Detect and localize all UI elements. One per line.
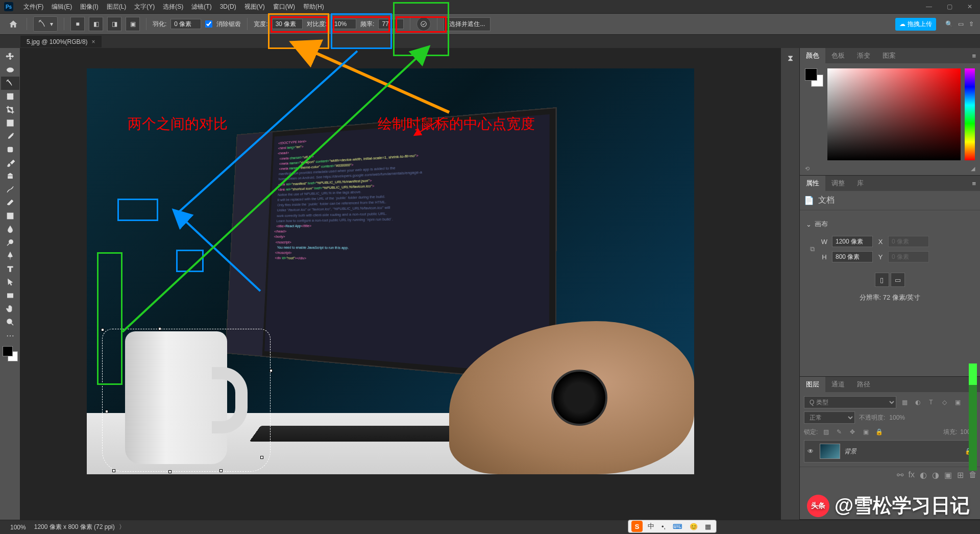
- orient-portrait-icon[interactable]: ▯: [875, 273, 889, 287]
- orient-landscape-icon[interactable]: ▭: [891, 273, 905, 287]
- tab-swatches[interactable]: 色板: [825, 48, 851, 63]
- current-tool-indicator[interactable]: ▾: [33, 16, 58, 32]
- status-zoom[interactable]: 100%: [6, 524, 30, 531]
- select-and-mask-button[interactable]: 选择并遮住...: [444, 17, 491, 31]
- document-tab-close[interactable]: ×: [92, 38, 95, 45]
- cloud-upload-button[interactable]: ☁ 拖拽上传: [895, 18, 936, 31]
- zoom-tool[interactable]: [1, 315, 19, 329]
- new-layer-icon[interactable]: ⊞: [957, 470, 964, 480]
- layer-name[interactable]: 背景: [844, 447, 961, 456]
- type-tool[interactable]: [1, 262, 19, 276]
- lock-paint-icon[interactable]: ✎: [834, 427, 844, 437]
- home-button[interactable]: [6, 17, 20, 31]
- canvas-width-input[interactable]: [832, 236, 873, 247]
- selection-new-icon[interactable]: ■: [70, 17, 85, 31]
- gradient-tool[interactable]: [1, 209, 19, 223]
- width-input[interactable]: [272, 19, 303, 29]
- tab-libraries[interactable]: 库: [851, 176, 870, 191]
- workspace-icon[interactable]: ▭: [958, 20, 964, 28]
- filter-image-icon[interactable]: ▦: [899, 397, 910, 407]
- pen-pressure-icon[interactable]: [416, 17, 431, 31]
- tab-gradient[interactable]: 渐变: [851, 48, 876, 63]
- ime-toolbar[interactable]: S 中 •, ⌨ 😊 ▦: [628, 520, 717, 533]
- document-canvas[interactable]: <!DOCTYPE html> <html lang="en"> <head> …: [87, 68, 694, 474]
- layer-visibility-icon[interactable]: 👁: [807, 448, 816, 455]
- menu-3d[interactable]: 3D(D): [216, 3, 240, 10]
- quick-select-tool[interactable]: [1, 90, 19, 103]
- contrast-input[interactable]: [331, 19, 356, 29]
- lasso-tool[interactable]: [1, 77, 19, 90]
- color-preview[interactable]: [805, 68, 823, 87]
- frame-tool[interactable]: [1, 116, 19, 130]
- foreground-color[interactable]: [3, 346, 13, 356]
- menu-filter[interactable]: 滤镜(T): [187, 3, 215, 11]
- panel-menu-icon[interactable]: ≡: [968, 180, 980, 187]
- color-field[interactable]: [827, 68, 961, 160]
- filter-smart-icon[interactable]: ▣: [952, 397, 963, 407]
- tab-color[interactable]: 颜色: [800, 48, 825, 63]
- healing-brush-tool[interactable]: [1, 143, 19, 156]
- selection-add-icon[interactable]: ◧: [89, 17, 103, 31]
- ime-emoji-icon[interactable]: 😊: [688, 523, 700, 530]
- menu-select[interactable]: 选择(S): [159, 3, 187, 11]
- ime-lang[interactable]: 中: [646, 522, 656, 531]
- link-dimensions-icon[interactable]: ⧉: [810, 245, 815, 253]
- tab-channels[interactable]: 通道: [825, 377, 851, 392]
- menu-view[interactable]: 视图(V): [240, 3, 269, 11]
- menu-image[interactable]: 图像(I): [76, 3, 102, 11]
- freq-input[interactable]: [378, 19, 404, 29]
- new-group-icon[interactable]: ▣: [944, 470, 952, 480]
- filter-adjust-icon[interactable]: ◐: [913, 397, 923, 407]
- layer-fx-icon[interactable]: fx: [909, 470, 915, 480]
- tab-paths[interactable]: 路径: [851, 377, 876, 392]
- pen-tool[interactable]: [1, 249, 19, 262]
- tab-properties[interactable]: 属性: [800, 176, 825, 191]
- menu-type[interactable]: 文字(Y): [130, 3, 159, 11]
- canvas-section-header[interactable]: ⌄ 画布: [806, 216, 974, 232]
- search-icon[interactable]: 🔍: [945, 20, 953, 28]
- status-doc-info[interactable]: 1200 像素 x 800 像素 (72 ppi): [30, 523, 119, 531]
- layer-thumbnail[interactable]: [820, 444, 840, 459]
- ime-punct-icon[interactable]: •,: [659, 523, 668, 530]
- ime-menu-icon[interactable]: ▦: [703, 523, 713, 530]
- antialias-checkbox[interactable]: [205, 20, 212, 28]
- hue-slider[interactable]: [965, 68, 975, 160]
- tab-pattern[interactable]: 图案: [876, 48, 902, 63]
- canvas-area[interactable]: <!DOCTYPE html> <html lang="en"> <head> …: [20, 48, 799, 520]
- layer-filter-dropdown[interactable]: Q 类型: [804, 396, 896, 408]
- panel-menu-icon[interactable]: ≡: [968, 52, 980, 60]
- opacity-value[interactable]: 100%: [889, 414, 905, 421]
- lock-transparency-icon[interactable]: ▨: [821, 427, 831, 437]
- canvas-height-input[interactable]: [832, 251, 873, 262]
- tab-layers[interactable]: 图层: [800, 377, 825, 392]
- share-icon[interactable]: ⇧: [969, 20, 974, 28]
- brush-tool[interactable]: [1, 156, 19, 169]
- crop-tool[interactable]: [1, 103, 19, 116]
- path-select-tool[interactable]: [1, 276, 19, 289]
- feather-input[interactable]: [170, 19, 201, 29]
- filter-shape-icon[interactable]: ◇: [939, 397, 949, 407]
- dock-history-icon[interactable]: ⧗: [784, 52, 796, 64]
- marquee-tool[interactable]: [1, 63, 19, 77]
- move-tool[interactable]: [1, 50, 19, 63]
- menu-window[interactable]: 窗口(W): [269, 3, 299, 11]
- lock-artboard-icon[interactable]: ▣: [861, 427, 871, 437]
- menu-edit[interactable]: 编辑(E): [47, 3, 76, 11]
- selection-subtract-icon[interactable]: ◨: [107, 17, 121, 31]
- menu-file[interactable]: 文件(F): [19, 3, 47, 11]
- clone-stamp-tool[interactable]: [1, 169, 19, 183]
- delete-layer-icon[interactable]: 🗑: [969, 470, 977, 480]
- link-layers-icon[interactable]: ⚯: [897, 470, 903, 480]
- layer-mask-icon[interactable]: ◐: [920, 470, 927, 480]
- dodge-tool[interactable]: [1, 236, 19, 249]
- blur-tool[interactable]: [1, 223, 19, 236]
- menu-layer[interactable]: 图层(L): [103, 3, 131, 11]
- tab-adjustments[interactable]: 调整: [825, 176, 851, 191]
- status-chevron-icon[interactable]: 〉: [119, 523, 125, 531]
- close-button[interactable]: ✕: [964, 3, 976, 10]
- selection-intersect-icon[interactable]: ▣: [126, 17, 140, 31]
- blend-mode-dropdown[interactable]: 正常: [804, 411, 855, 424]
- menu-help[interactable]: 帮助(H): [299, 3, 328, 11]
- eraser-tool[interactable]: [1, 196, 19, 209]
- lock-position-icon[interactable]: ✥: [847, 427, 857, 437]
